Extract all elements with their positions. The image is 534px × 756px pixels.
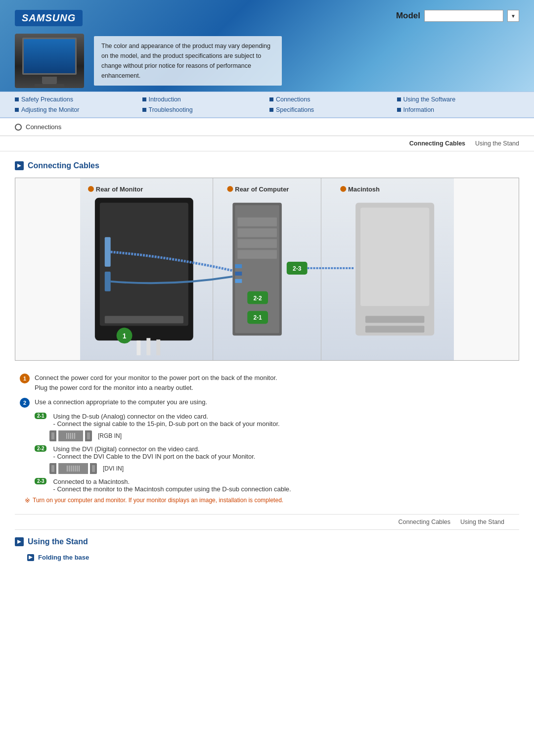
nav-item-software[interactable]: Using the Software [397, 95, 520, 104]
arrow-icon [17, 164, 21, 168]
sub-nav-using-stand[interactable]: Using the Stand [475, 140, 519, 147]
nav-bullet-icon [397, 108, 401, 112]
instruction-step-2: 2 Use a connection appropriate to the co… [20, 397, 519, 408]
nav-bullet-icon [142, 97, 146, 101]
nav-bar: Safety Precautions Introduction Connecti… [0, 92, 534, 118]
svg-rect-23 [237, 239, 277, 248]
nav-bullet-icon [142, 108, 146, 112]
instructions-list: 1 Connect the power cord for your monito… [20, 373, 519, 504]
section-icon [15, 161, 24, 170]
step-1-text: Connect the power cord for your monitor … [35, 373, 277, 392]
arrow-icon-3 [29, 556, 33, 560]
sub-step-2-1-badge: 2-1 [35, 413, 46, 419]
svg-rect-37 [365, 326, 424, 332]
nav-item-information[interactable]: Information [397, 105, 520, 114]
sub-step-2-2: 2-2 Using the DVI (Digital) connector on… [35, 445, 519, 474]
folding-base-title: Folding the base [38, 554, 89, 561]
svg-rect-12 [136, 340, 140, 355]
svg-point-3 [88, 186, 94, 192]
svg-rect-24 [237, 250, 277, 259]
dvi-connector-row: [DVI IN] [35, 463, 519, 474]
nav-bullet-icon [15, 97, 19, 101]
svg-rect-10 [100, 203, 188, 326]
nav-bullet-icon [269, 97, 273, 101]
sub-step-2-1-text: Using the D-sub (Analog) connector on th… [53, 413, 279, 427]
svg-rect-25 [235, 264, 242, 268]
svg-rect-13 [146, 338, 150, 355]
sub-step-2-2-badge: 2-2 [35, 445, 46, 452]
rgb-connector-label: [RGB IN] [98, 432, 122, 439]
svg-rect-22 [237, 228, 277, 237]
connection-diagram: Rear of Monitor Rear of Computer Macinto… [15, 178, 519, 361]
nav-bullet-icon [269, 108, 273, 112]
sub-nav-top: Connecting Cables Using the Stand [0, 136, 534, 151]
monitor-image [15, 34, 84, 88]
step-2-text: Use a connection appropriate to the comp… [35, 397, 207, 407]
sub-step-2-3: 2-3 Connected to a Macintosh. - Connect … [35, 478, 519, 493]
using-stand-section-icon [15, 537, 24, 546]
nav-bullet-icon [15, 108, 19, 112]
svg-text:Rear of Monitor: Rear of Monitor [96, 186, 143, 193]
rgb-connector-row: [RGB IN] [35, 430, 519, 441]
step-2-badge: 2 [20, 398, 30, 408]
note-symbol-icon: ※ [25, 497, 30, 504]
breadcrumb: Connections [0, 118, 534, 136]
main-content: Connecting Cables Rear of Monitor Rear o… [0, 151, 534, 571]
sub-step-2-2-text: Using the DVI (Digital) connector on the… [53, 445, 255, 460]
svg-rect-16 [105, 272, 111, 291]
model-input[interactable] [424, 10, 503, 22]
installation-note: ※ Turn on your computer and monitor. If … [25, 497, 519, 504]
diagram-svg: Rear of Monitor Rear of Computer Macinto… [15, 178, 519, 360]
samsung-logo: SAMSUNG [15, 10, 83, 26]
breadcrumb-text[interactable]: Connections [26, 123, 61, 131]
sub-nav-connecting-cables[interactable]: Connecting Cables [409, 140, 465, 147]
page-header: SAMSUNG Model ▼ The color and appearance… [0, 0, 534, 92]
folding-base-icon [27, 554, 34, 561]
model-dropdown-icon[interactable]: ▼ [507, 10, 519, 22]
sub-step-2-3-text: Connected to a Macintosh. - Connect the … [53, 478, 291, 493]
nav-item-specifications[interactable]: Specifications [269, 105, 392, 114]
svg-rect-27 [235, 279, 242, 283]
svg-rect-21 [237, 218, 277, 227]
svg-text:2-2: 2-2 [253, 295, 262, 302]
svg-rect-36 [365, 316, 424, 323]
using-stand-header: Using the Stand [15, 537, 519, 546]
svg-rect-15 [105, 237, 111, 267]
using-stand-title: Using the Stand [28, 537, 88, 546]
model-label: Model [396, 11, 420, 21]
nav-item-connections[interactable]: Connections [269, 95, 392, 104]
nav-item-safety[interactable]: Safety Precautions [15, 95, 137, 104]
nav-item-troubleshooting[interactable]: Troubleshooting [142, 105, 265, 114]
svg-rect-26 [235, 272, 242, 276]
model-area: Model ▼ [396, 10, 519, 22]
nav-item-introduction[interactable]: Introduction [142, 95, 265, 104]
nav-item-monitor[interactable]: Adjusting the Monitor [15, 105, 137, 114]
svg-rect-11 [105, 316, 183, 323]
instruction-step-1: 1 Connect the power cord for your monito… [20, 373, 519, 392]
header-description: The color and appearance of the product … [94, 36, 282, 86]
svg-text:2-1: 2-1 [253, 314, 262, 321]
svg-point-5 [227, 186, 233, 192]
sub-step-2-1: 2-1 Using the D-sub (Analog) connector o… [35, 413, 519, 441]
bottom-nav-using-stand[interactable]: Using the Stand [460, 519, 504, 525]
step-1-badge: 1 [20, 374, 30, 383]
sub-step-2-3-badge: 2-3 [35, 478, 46, 484]
nav-grid: Safety Precautions Introduction Connecti… [15, 95, 519, 114]
arrow-icon-2 [17, 540, 21, 544]
connecting-cables-header: Connecting Cables [15, 161, 519, 170]
dvi-connector-visual: [DVI IN] [49, 463, 124, 474]
svg-text:Macintosh: Macintosh [348, 186, 380, 193]
breadcrumb-circle-icon [15, 124, 22, 131]
nav-bullet-icon [397, 97, 401, 101]
svg-text:1: 1 [123, 332, 127, 340]
bottom-nav: Connecting Cables Using the Stand [15, 514, 519, 530]
svg-text:Rear of Computer: Rear of Computer [235, 186, 289, 193]
dvi-connector-label: [DVI IN] [103, 465, 124, 472]
svg-text:2-3: 2-3 [293, 265, 302, 272]
svg-rect-14 [156, 339, 160, 355]
folding-base-subsection: Folding the base [27, 554, 519, 561]
rgb-connector-visual: [RGB IN] [49, 430, 122, 441]
bottom-nav-connecting-cables[interactable]: Connecting Cables [398, 519, 450, 525]
svg-point-7 [340, 186, 346, 192]
svg-rect-35 [360, 208, 429, 306]
